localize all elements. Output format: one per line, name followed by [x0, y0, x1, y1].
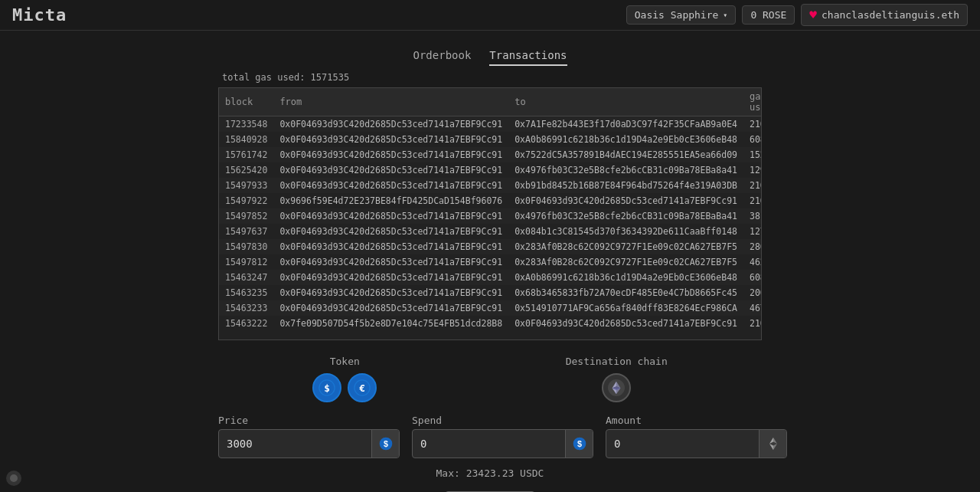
wallet-address: chanclasdeltianguis.eth	[822, 9, 959, 21]
cell-from: 0x0F04693d93C420d2685Dc53ced7141a7EBF9Cc…	[273, 132, 508, 147]
cell-gas: 280603	[743, 239, 762, 254]
cell-from: 0x0F04693d93C420d2685Dc53ced7141a7EBF9Cc…	[273, 254, 508, 270]
bottom-section: Token $ €	[218, 356, 762, 492]
cell-gas: 60825	[743, 270, 762, 285]
table-row: 15497933 0x0F04693d93C420d2685Dc53ced714…	[219, 178, 762, 193]
spend-input[interactable]	[413, 431, 565, 456]
cell-block: 15497852	[219, 208, 273, 224]
table-row: 15761742 0x0F04693d93C420d2685Dc53ced714…	[219, 147, 762, 162]
cell-gas: 21000	[743, 116, 762, 133]
cell-gas: 21000	[743, 193, 762, 208]
svg-marker-17	[769, 444, 773, 450]
table-row: 15497637 0x0F04693d93C420d2685Dc53ced714…	[219, 224, 762, 239]
table-row: 15497852 0x0F04693d93C420d2685Dc53ced714…	[219, 208, 762, 224]
balance-display[interactable]: 0 ROSE	[742, 5, 795, 25]
cell-block: 17233548	[219, 116, 273, 133]
cell-gas: 381761	[743, 208, 762, 224]
logo: Micta	[12, 5, 67, 25]
cell-gas: 21000	[743, 178, 762, 193]
table-row: 15463233 0x0F04693d93C420d2685Dc53ced714…	[219, 300, 762, 316]
col-block: block	[219, 88, 273, 116]
wallet-dot-icon: ♥	[809, 8, 817, 22]
cell-block: 15497933	[219, 178, 273, 193]
table-row: 15625420 0x0F04693d93C420d2685Dc53ced714…	[219, 162, 762, 178]
max-info: Max: 23423.23 USDC	[218, 467, 762, 479]
destination-group: Destination chain	[566, 356, 668, 402]
amount-input-wrapper	[606, 429, 787, 458]
destination-label: Destination chain	[566, 356, 668, 367]
amount-field-group: Amount	[606, 415, 787, 458]
cell-from: 0x0F04693d93C420d2685Dc53ced7141a7EBF9Cc…	[273, 239, 508, 254]
amount-label: Amount	[606, 415, 787, 426]
cell-gas: 21000	[743, 316, 762, 331]
table-row: 15463222 0x7fe09D507D54f5b2e8D7e104c75E4…	[219, 316, 762, 331]
cell-from: 0x0F04693d93C420d2685Dc53ced7141a7EBF9Cc…	[273, 285, 508, 300]
cell-from: 0x0F04693d93C420d2685Dc53ced7141a7EBF9Cc…	[273, 116, 508, 133]
main-content: Orderbook Transactions total gas used: 1…	[0, 31, 980, 492]
cell-to: 0xA0b86991c6218b36c1d19D4a2e9Eb0cE3606eB…	[508, 270, 743, 285]
spend-field-group: Spend $	[412, 415, 593, 458]
cell-block: 15463235	[219, 285, 273, 300]
svg-text:$: $	[577, 439, 581, 448]
table-row: 15497812 0x0F04693d93C420d2685Dc53ced714…	[219, 254, 762, 270]
cell-block: 15463247	[219, 270, 273, 285]
gas-label: total gas used:	[222, 72, 305, 83]
cell-to: 0x7522dC5A357891B4dAEC194E285551EA5ea66d…	[508, 147, 743, 162]
transactions-table: block from to gas used 17233548 0x0F0469…	[219, 88, 762, 331]
amount-input[interactable]	[606, 431, 759, 456]
header-right: Oasis Sapphire ▾ 0 ROSE ♥ chanclasdeltia…	[626, 4, 968, 26]
price-label: Price	[218, 415, 400, 426]
spend-token-icon-btn[interactable]: $	[565, 430, 593, 458]
cell-gas: 60825	[743, 132, 762, 147]
col-to: to	[508, 88, 743, 116]
cell-from: 0x0F04693d93C420d2685Dc53ced7141a7EBF9Cc…	[273, 178, 508, 193]
cell-block: 15840928	[219, 132, 273, 147]
cell-gas: 129354	[743, 162, 762, 178]
price-input[interactable]	[219, 431, 371, 456]
ethereum-chain-icon[interactable]	[602, 373, 631, 402]
price-input-wrapper: $	[218, 429, 400, 458]
gas-value: 1571535	[311, 72, 350, 83]
cell-block: 15497922	[219, 193, 273, 208]
cell-to: 0x283Af0B28c62C092C9727F1Ee09c02CA627EB7…	[508, 239, 743, 254]
cell-to: 0x4976fb03C32e5B8cfe2b6cCB31c09Ba78EBaBa…	[508, 208, 743, 224]
tab-transactions[interactable]: Transactions	[489, 46, 567, 66]
wallet-address-button[interactable]: ♥ chanclasdeltianguis.eth	[801, 4, 968, 26]
table-row: 15497830 0x0F04693d93C420d2685Dc53ced714…	[219, 239, 762, 254]
network-selector[interactable]: Oasis Sapphire ▾	[626, 5, 737, 25]
cell-gas: 46739	[743, 300, 762, 316]
transactions-table-container[interactable]: block from to gas used 17233548 0x0F0469…	[218, 87, 762, 340]
col-from: from	[273, 88, 508, 116]
cell-block: 15463222	[219, 316, 273, 331]
token-group: Token $ €	[312, 356, 377, 402]
col-gas: gas used	[743, 88, 762, 116]
tab-bar: Orderbook Transactions	[413, 46, 567, 66]
token-icons: $ €	[312, 373, 377, 402]
cell-from: 0x0F04693d93C420d2685Dc53ced7141a7EBF9Cc…	[273, 300, 508, 316]
cell-block: 15761742	[219, 147, 273, 162]
cell-block: 15463233	[219, 300, 273, 316]
cell-gas: 152874	[743, 147, 762, 162]
euro-token-icon[interactable]: €	[348, 373, 377, 402]
fields-row: Price $ Spend	[218, 415, 762, 458]
table-row: 17233548 0x0F04693d93C420d2685Dc53ced714…	[219, 116, 762, 133]
cell-to: 0x68b3465833fb72A70ecDF485E0e4C7bD8665Fc…	[508, 285, 743, 300]
cell-to: 0x084b1c3C81545d370f3634392De611CaaBff01…	[508, 224, 743, 239]
cell-to: 0xA0b86991c6218b36c1d19D4a2e9Eb0cE3606eB…	[508, 132, 743, 147]
svg-text:$: $	[324, 382, 330, 394]
cell-to: 0x283Af0B28c62C092C9727F1Ee09c02CA627EB7…	[508, 254, 743, 270]
cell-gas: 46267	[743, 254, 762, 270]
tab-orderbook[interactable]: Orderbook	[413, 46, 471, 66]
table-row: 15463247 0x0F04693d93C420d2685Dc53ced714…	[219, 270, 762, 285]
svg-text:€: €	[359, 382, 365, 394]
price-token-icon-btn[interactable]: $	[371, 430, 399, 458]
header: Micta Oasis Sapphire ▾ 0 ROSE ♥ chanclas…	[0, 0, 980, 31]
table-row: 15840928 0x0F04693d93C420d2685Dc53ced714…	[219, 132, 762, 147]
cell-to: 0x4976fb03C32e5B8cfe2b6cCB31c09Ba78EBa8a…	[508, 162, 743, 178]
balance-value: 0 ROSE	[750, 9, 786, 21]
cell-to: 0xb91bd8452b16B87E84F964bd75264f4e319A03…	[508, 178, 743, 193]
cell-to: 0x0F04693d93C420d2685Dc53ced7141a7EBF9Cc…	[508, 193, 743, 208]
dollar-token-icon[interactable]: $	[312, 373, 341, 402]
price-field-group: Price $	[218, 415, 400, 458]
token-dest-row: Token $ €	[218, 356, 762, 402]
